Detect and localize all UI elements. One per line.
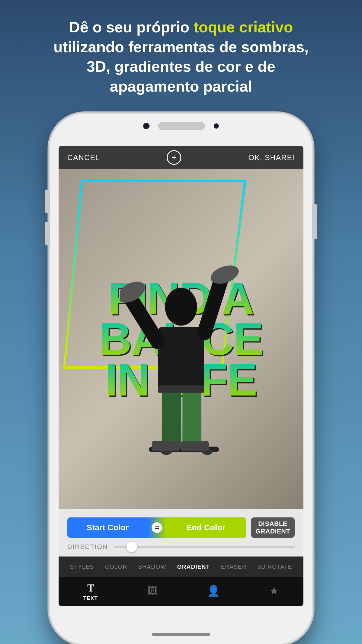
ok-share-button[interactable]: OK, SHARE! — [248, 153, 295, 162]
image-canvas: FIND A BAL CE IN LIFE — [59, 169, 303, 509]
direction-slider[interactable] — [114, 546, 295, 548]
gradient-swap-divider[interactable]: ⇄ — [148, 517, 166, 538]
tab-bar: STYLES COLOR SHADOW GRADIENT ERASER 3D R… — [59, 556, 303, 577]
speaker-grille — [158, 122, 205, 130]
header-line1-highlight: toque criativo — [194, 19, 293, 36]
app-screen: CANCEL + OK, SHARE! — [59, 146, 303, 606]
header-text: Dê o seu próprio toque criativo utilizan… — [30, 18, 332, 96]
disable-gradient-label: DISABLE GRADIENT — [256, 520, 290, 536]
tab-eraser[interactable]: ERASER — [221, 564, 247, 570]
gradient-panel: Start Color ⇄ End Color DISABLE GRADIENT… — [59, 509, 303, 556]
poster-line1: FIND A — [108, 278, 254, 319]
end-color-label: End Color — [187, 523, 226, 532]
front-camera-dot — [214, 123, 219, 129]
plus-icon: + — [172, 153, 177, 162]
text-tool-label: TEXT — [83, 595, 98, 601]
star-icon: ★ — [269, 585, 279, 597]
favorites-button[interactable]: ★ — [269, 585, 279, 598]
swap-arrows-icon: ⇄ — [152, 522, 162, 533]
volume-up-button — [45, 190, 50, 213]
home-indicator — [152, 633, 210, 636]
person-icon: 👤 — [207, 585, 220, 597]
text-tool-button[interactable]: 𝐓 TEXT — [83, 582, 98, 601]
tab-shadow[interactable]: SHADOW — [138, 564, 166, 570]
phone-mockup: CANCEL + OK, SHARE! — [50, 114, 312, 644]
front-camera-icon — [143, 123, 150, 129]
cancel-button[interactable]: CANCEL — [67, 153, 100, 162]
start-color-button[interactable]: Start Color — [67, 517, 148, 538]
gradient-button-group: Start Color ⇄ End Color — [67, 517, 246, 538]
slider-thumb[interactable] — [126, 542, 137, 552]
poster-text-overlay: FIND A BAL CE IN LIFE — [59, 169, 303, 509]
disable-gradient-button[interactable]: DISABLE GRADIENT — [251, 517, 295, 538]
volume-down-button — [45, 222, 50, 245]
direction-label: DIRECTION — [67, 543, 108, 551]
tab-gradient[interactable]: GRADIENT — [177, 564, 210, 570]
header-line2: utilizando ferramentas de sombras, — [53, 38, 309, 55]
start-color-label: Start Color — [87, 523, 129, 532]
bottom-icons-bar: 𝐓 TEXT 🖼 👤 ★ — [59, 577, 303, 606]
image-icon: 🖼 — [147, 585, 158, 597]
gradient-controls: Start Color ⇄ End Color DISABLE GRADIENT — [67, 517, 295, 538]
power-button — [312, 204, 317, 239]
add-button[interactable]: + — [167, 150, 181, 165]
image-tool-button[interactable]: 🖼 — [147, 585, 158, 598]
poster-line3: IN LIFE — [105, 360, 257, 400]
top-bar: CANCEL + OK, SHARE! — [59, 146, 303, 169]
phone-top-detail — [143, 122, 219, 130]
direction-row: DIRECTION — [67, 543, 295, 551]
tab-3d-rotate[interactable]: 3D ROTATE — [258, 564, 292, 570]
tab-styles[interactable]: STYLES — [70, 564, 94, 570]
end-color-button[interactable]: End Color — [166, 517, 246, 538]
header-line3: 3D, gradientes de cor e de — [87, 58, 275, 75]
poster-line2: BAL CE — [99, 319, 263, 360]
text-icon: 𝐓 — [87, 582, 94, 594]
person-tool-button[interactable]: 👤 — [207, 585, 220, 598]
header-line1-normal: Dê o seu próprio — [69, 19, 194, 36]
tab-color[interactable]: COLOR — [105, 564, 127, 570]
header-line4: apagamento parcial — [110, 78, 252, 95]
